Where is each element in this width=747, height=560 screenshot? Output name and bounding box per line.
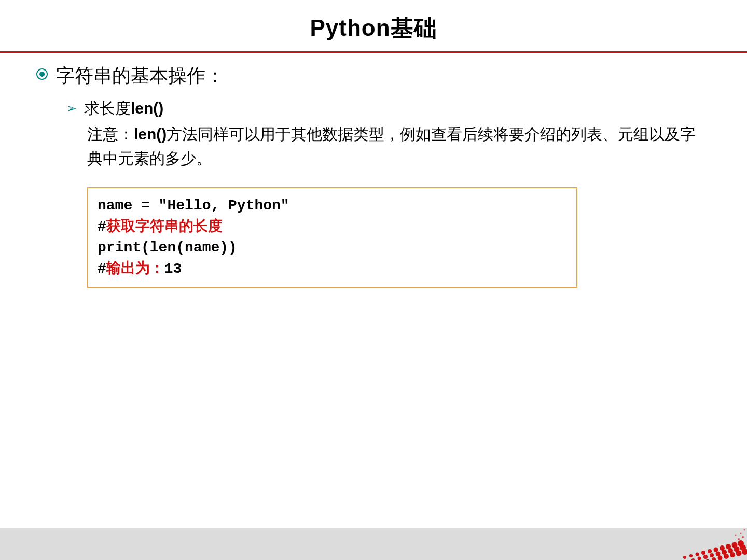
corner-decoration bbox=[659, 513, 747, 560]
sub-bullet: ➢ 求长度len() bbox=[66, 98, 711, 119]
code-line-4-value: 13 bbox=[164, 261, 182, 277]
code-line-4-comment: 输出为： bbox=[106, 261, 164, 277]
code-line-2: #获取字符串的长度 bbox=[98, 217, 567, 238]
svg-point-20 bbox=[712, 557, 716, 560]
svg-point-26 bbox=[738, 538, 740, 540]
bullet-icon bbox=[36, 68, 48, 80]
svg-point-21 bbox=[718, 556, 723, 561]
note-prefix: 注意： bbox=[87, 125, 134, 143]
main-bullet: 字符串的基本操作： bbox=[36, 63, 711, 89]
code-box: name = "Hello, Python" #获取字符串的长度 print(l… bbox=[87, 187, 577, 288]
note-rest: 方法同样可以用于其他数据类型，例如查看后续将要介绍的列表、元组以及字典中元素的多… bbox=[87, 125, 696, 167]
svg-point-11 bbox=[698, 557, 701, 561]
svg-point-4 bbox=[708, 549, 712, 553]
sub-bullet-text: 求长度len() bbox=[84, 98, 163, 119]
svg-point-0 bbox=[683, 556, 686, 559]
code-line-4-hash: # bbox=[98, 261, 106, 277]
svg-point-3 bbox=[701, 551, 706, 555]
main-bullet-text: 字符串的基本操作： bbox=[56, 63, 224, 89]
slide-title: Python基础 bbox=[0, 0, 747, 51]
sub-bullet-bold: len() bbox=[131, 100, 163, 117]
code-line-3: print(len(name)) bbox=[98, 237, 567, 259]
svg-point-1 bbox=[689, 554, 693, 557]
code-line-1: name = "Hello, Python" bbox=[98, 195, 567, 217]
svg-point-23 bbox=[730, 552, 735, 557]
svg-point-22 bbox=[724, 554, 729, 559]
code-line-2-hash: # bbox=[98, 219, 106, 235]
svg-point-12 bbox=[703, 555, 708, 559]
code-line-2-comment: 获取字符串的长度 bbox=[106, 219, 223, 235]
svg-point-14 bbox=[716, 552, 721, 556]
footer-band bbox=[0, 528, 747, 560]
svg-point-5 bbox=[714, 548, 718, 552]
svg-point-28 bbox=[735, 535, 737, 536]
svg-point-29 bbox=[740, 533, 742, 534]
content-area: 字符串的基本操作： ➢ 求长度len() 注意：len()方法同样可以用于其他数… bbox=[0, 53, 747, 288]
sub-bullet-prefix: 求长度 bbox=[84, 100, 131, 117]
svg-point-30 bbox=[744, 529, 745, 531]
svg-point-24 bbox=[736, 551, 742, 556]
note-bold: len() bbox=[134, 125, 167, 143]
svg-point-13 bbox=[710, 553, 714, 557]
code-line-4: #输出为：13 bbox=[98, 259, 567, 280]
note-text: 注意：len()方法同样可以用于其他数据类型，例如查看后续将要介绍的列表、元组以… bbox=[87, 122, 710, 171]
chevron-right-icon: ➢ bbox=[66, 101, 77, 116]
svg-point-27 bbox=[742, 536, 744, 538]
svg-point-2 bbox=[696, 553, 699, 556]
